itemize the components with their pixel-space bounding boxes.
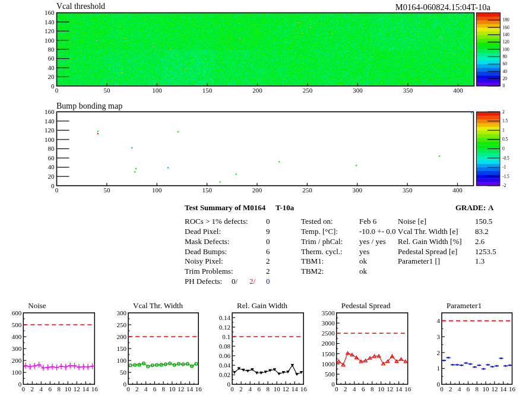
- vcal-map-xtick-label: 350: [403, 87, 413, 94]
- summary-mid-label: Trim / phCal:: [301, 238, 343, 245]
- pedestal-panel-ytick-label: 1000: [322, 360, 335, 368]
- vcal-threshold-title: Vcal threshold: [56, 2, 105, 11]
- vcal-width-panel-ytick-label: 150: [117, 345, 127, 352]
- pedestal-panel-xtick-label: 10: [378, 385, 385, 392]
- gain-width-panel-ytick-label: 0.12: [219, 324, 230, 331]
- vcal-colorbar-ztick-label: 0: [502, 83, 505, 88]
- parameter1-panel-frame: [442, 313, 512, 384]
- bump-colorbar-ztick-label: 1.5: [502, 118, 508, 124]
- bump-colorbar-band: [476, 149, 500, 153]
- vcal-width-panel-xtick-label: 10: [169, 385, 176, 392]
- summary-right-value: 150.5: [475, 217, 492, 225]
- gain-width-panel-xtick-label: 14: [292, 385, 299, 392]
- summary-left-value: 0: [266, 238, 270, 245]
- vcal-width-panel-xtick-label: 14: [186, 385, 194, 392]
- bump-map-xtick-label: 350: [403, 186, 413, 194]
- gain-width-panel-xtick-label: 10: [274, 385, 281, 392]
- vcal-map-ytick-label: 80: [48, 46, 55, 53]
- parameter1-panel-ytick-label: 2: [437, 349, 441, 356]
- module-id-title: M0164-060824.15:04T-10a: [395, 3, 490, 12]
- vcal-colorbar-band: [476, 42, 500, 46]
- noise-panel-xtick-label: 8: [58, 385, 61, 392]
- vcal-width-panel-frame: [128, 313, 198, 384]
- bump-map-xtick-label: 250: [302, 186, 312, 194]
- grade-value: A: [488, 204, 493, 211]
- summary-right-value: 1.3: [475, 257, 484, 265]
- summary-mid-label: Tested on:: [301, 217, 333, 225]
- vcal-map-xtick-label: 250: [303, 87, 313, 94]
- noise-panel-ytick-label: 100: [12, 369, 22, 376]
- pedestal-panel-ytick-label: 3000: [322, 319, 335, 327]
- pedestal-panel-series-line: [339, 353, 406, 365]
- plots-layer: 0204060801001201401600501001502002503003…: [0, 0, 532, 399]
- parameter1-panel-xtick-label: 12: [491, 385, 498, 392]
- vcal-width-panel-marker-circle: [195, 362, 198, 365]
- bump-colorbar-band: [476, 134, 500, 138]
- bump-map-xtick-label: 300: [353, 186, 363, 194]
- gain-width-panel-xtick-label: 12: [283, 385, 289, 392]
- vcal-map-ytick-label: 120: [45, 27, 55, 34]
- summary-right-value: 83.2: [475, 227, 489, 235]
- summary-mid-label: TBM1:: [301, 257, 324, 265]
- noise-panel-xtick-label: 16: [91, 385, 99, 392]
- vcal-map-xtick-label: 100: [152, 87, 162, 94]
- parameter1-panel-xtick-label: 16: [509, 385, 516, 392]
- bump-colorbar-band: [476, 178, 500, 182]
- bump-defect-dot: [131, 147, 132, 148]
- vcal-width-panel-xtick-label: 6: [153, 385, 157, 392]
- bump-defect-dot: [134, 171, 135, 172]
- bump-defect-dot: [471, 112, 472, 113]
- summary-right-value: 2.6: [475, 238, 484, 245]
- bump-colorbar-band: [476, 130, 500, 134]
- vcal-width-panel-ytick-label: 200: [117, 333, 127, 340]
- parameter1-panel-ytick-label: 1: [437, 365, 441, 372]
- bump-map-ytick-label: 140: [45, 118, 55, 125]
- vcal-map-frame: [57, 13, 474, 86]
- parameter1-panel-xtick-label: 2: [449, 385, 452, 392]
- vcal-colorbar-ztick-label: 20: [502, 76, 507, 81]
- bump-map-xtick-label: 0: [55, 186, 59, 194]
- bump-map-ytick-label: 160: [45, 108, 55, 115]
- summary-mid-value: Feb 6: [359, 217, 376, 225]
- vcal-colorbar-ztick-label: 60: [502, 61, 507, 66]
- vcal-map-ytick-label: 0: [51, 83, 55, 90]
- bump-colorbar-band: [476, 123, 500, 127]
- vcal-map-xtick-label: 50: [103, 87, 110, 94]
- vcal-width-panel-ytick-label: 300: [117, 309, 127, 316]
- parameter1-panel-ytick-label: 4: [437, 317, 441, 324]
- bump-map-ytick-label: 20: [48, 173, 55, 180]
- bump-defect-dot: [135, 168, 137, 169]
- vcal-colorbar-band: [476, 56, 500, 61]
- gain-width-panel-marker-tri-down: [277, 372, 281, 375]
- vcal-map-xtick-label: 200: [252, 87, 262, 94]
- test-summary-sheet: 0204060801001201401600501001502002503003…: [0, 0, 532, 399]
- vcal-colorbar-band: [476, 34, 500, 39]
- vcal-width-panel-xtick-label: 2: [135, 385, 139, 392]
- summary-mid-value: yes / yes: [359, 238, 386, 245]
- vcal-colorbar-band: [476, 20, 500, 24]
- bump-map-xtick-label: 200: [252, 186, 262, 194]
- vcal-width-panel-xtick-label: 12: [178, 385, 184, 392]
- vcal-map-ytick-label: 40: [48, 64, 55, 71]
- bump-map-xtick-label: 50: [103, 186, 110, 194]
- bump-defect-dot: [97, 131, 99, 132]
- summary-mid-label: TBM2:: [301, 267, 324, 275]
- bump-defect-dot: [278, 161, 280, 162]
- gain-width-panel-series-line: [235, 365, 302, 374]
- summary-mid-value: ok: [359, 267, 367, 275]
- gain-width-panel-marker-tri-down: [291, 364, 294, 367]
- parameter1-panel-xtick-label: 0: [440, 385, 444, 392]
- noise-panel-xtick-label: 0: [22, 385, 26, 392]
- summary-right-label: Noise [e]: [398, 217, 426, 225]
- vcal-colorbar-ztick-label: 100: [502, 47, 509, 52]
- vcal-colorbar-band: [476, 71, 500, 75]
- bump-defect-dot: [356, 164, 357, 166]
- vcal-colorbar-ztick-label: 40: [502, 69, 507, 74]
- bump-colorbar-band: [476, 141, 500, 145]
- pedestal-panel-marker-tri-up: [337, 360, 341, 363]
- vcal-colorbar-ztick-label: 180: [502, 17, 509, 23]
- vcal-map-xtick-label: 400: [453, 87, 463, 94]
- summary-left-value: 6: [266, 248, 270, 255]
- gain-width-panel-xtick-label: 2: [239, 385, 243, 392]
- vcal-colorbar-band: [476, 49, 500, 53]
